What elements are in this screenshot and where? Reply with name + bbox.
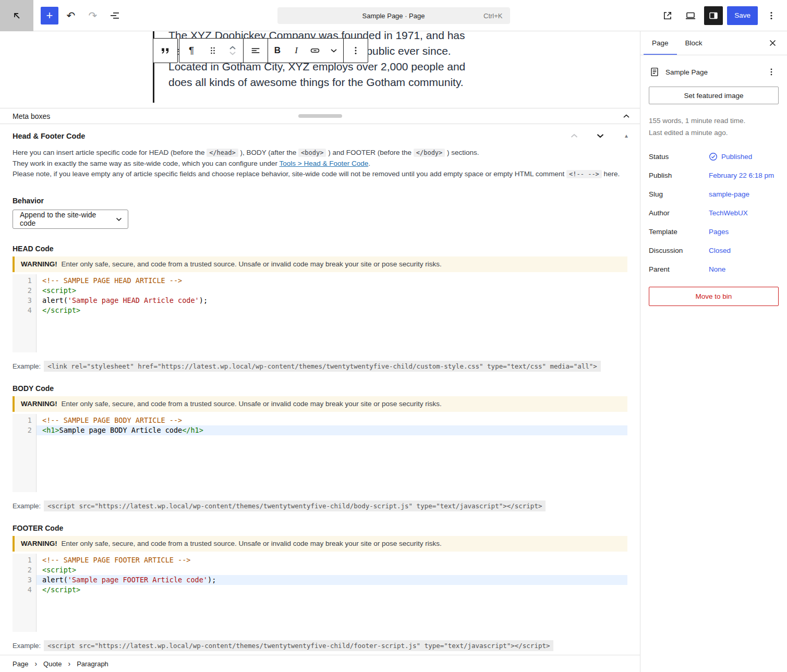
sidebar-body: Sample Page Set featured image 155 words… bbox=[640, 65, 787, 306]
field-row-discussion: Discussion Closed bbox=[649, 241, 779, 260]
save-button[interactable]: Save bbox=[727, 6, 758, 25]
meta-boxes-resize-handle[interactable] bbox=[298, 114, 342, 118]
code-chip: </head> bbox=[207, 149, 238, 157]
drag-handle[interactable] bbox=[203, 39, 222, 63]
chevron-right-icon: › bbox=[68, 659, 70, 668]
head-code-editor[interactable]: 1<!-- SAMPLE PAGE HEAD ARTICLE -->2<scri… bbox=[13, 274, 627, 352]
chevron-right-icon: › bbox=[34, 659, 37, 668]
field-label: Template bbox=[649, 228, 709, 236]
code-line[interactable]: 2<script> bbox=[13, 565, 627, 575]
breadcrumb-page[interactable]: Page bbox=[13, 660, 28, 668]
move-panel-down-button[interactable] bbox=[594, 130, 607, 142]
status-value-button[interactable]: Published bbox=[709, 152, 752, 161]
code-line[interactable]: 1<!-- SAMPLE PAGE BODY ARTICLE --> bbox=[13, 416, 627, 425]
document-summary-row: Sample Page bbox=[649, 65, 779, 79]
redo-button[interactable]: ↷ bbox=[83, 6, 102, 25]
set-featured-image-button[interactable]: Set featured image bbox=[649, 87, 779, 104]
undo-icon: ↶ bbox=[67, 10, 76, 21]
close-sidebar-button[interactable] bbox=[762, 31, 783, 55]
link-button[interactable] bbox=[306, 39, 324, 63]
page-actions-button[interactable] bbox=[764, 65, 779, 79]
paragraph-block-button[interactable]: ¶ bbox=[179, 39, 203, 63]
toggle-panel-button[interactable]: ▲ bbox=[620, 130, 633, 142]
chevron-up-icon bbox=[622, 114, 631, 119]
bold-button[interactable]: B bbox=[268, 39, 287, 63]
body-code-example: Example: <script src="https://latest.wp.… bbox=[13, 500, 627, 511]
code-line[interactable]: 4</script> bbox=[13, 306, 627, 315]
code-line[interactable]: 1<!-- SAMPLE PAGE FOOTER ARTICLE --> bbox=[13, 555, 627, 565]
command-center-button[interactable]: Sample Page · Page Ctrl+K bbox=[277, 7, 510, 24]
publish-value-button[interactable]: February 22 6:18 pm bbox=[709, 172, 774, 179]
tab-block[interactable]: Block bbox=[677, 31, 711, 55]
view-page-button[interactable] bbox=[658, 6, 677, 25]
align-button[interactable] bbox=[244, 39, 268, 63]
field-row-status: Status Published bbox=[649, 147, 779, 166]
breadcrumb-paragraph: Paragraph bbox=[77, 660, 108, 668]
italic-button[interactable]: I bbox=[287, 39, 306, 63]
more-formatting-button[interactable] bbox=[324, 39, 343, 63]
check-circle-icon bbox=[709, 152, 718, 161]
panel-title: Head & Footer Code bbox=[13, 132, 85, 140]
breadcrumb-quote[interactable]: Quote bbox=[43, 660, 62, 668]
plus-icon: + bbox=[46, 9, 53, 22]
field-label: Parent bbox=[649, 265, 709, 273]
code-line[interactable]: 2<h1>Sample page BODY Article code</h1> bbox=[13, 425, 627, 435]
field-row-slug: Slug sample-page bbox=[649, 185, 779, 203]
example-label: Example: bbox=[13, 502, 41, 510]
body-code-editor[interactable]: 1<!-- SAMPLE PAGE BODY ARTICLE -->2<h1>S… bbox=[13, 414, 627, 492]
parent-value-button[interactable]: None bbox=[709, 265, 725, 273]
bold-icon: B bbox=[274, 45, 281, 56]
footer-code-heading: FOOTER Code bbox=[13, 524, 627, 532]
back-to-dashboard-button[interactable] bbox=[0, 0, 33, 31]
footer-code-editor[interactable]: 1<!-- SAMPLE PAGE FOOTER ARTICLE -->2<sc… bbox=[13, 554, 627, 632]
example-code: <link rel="stylesheet" href="https://lat… bbox=[44, 361, 601, 372]
redo-icon: ↷ bbox=[89, 10, 98, 21]
behavior-select[interactable]: Append to the site-wide code bbox=[13, 210, 128, 229]
field-label: Discussion bbox=[649, 247, 709, 254]
meta-boxes-collapse-button[interactable] bbox=[622, 114, 631, 119]
document-title: Sample Page · Page bbox=[362, 12, 425, 20]
code-chip: <!-- --> bbox=[566, 170, 602, 178]
head-code-warning: WARNING! Enter only safe, secure, and co… bbox=[13, 256, 627, 272]
code-line[interactable]: 1<!-- SAMPLE PAGE HEAD ARTICLE --> bbox=[13, 276, 627, 286]
discussion-value-button[interactable]: Closed bbox=[709, 247, 731, 254]
move-to-bin-button[interactable]: Move to bin bbox=[649, 287, 779, 306]
options-menu-button[interactable] bbox=[762, 6, 781, 25]
field-row-publish: Publish February 22 6:18 pm bbox=[649, 166, 779, 185]
toolbar-right-group: Save bbox=[658, 6, 787, 25]
tab-page[interactable]: Page bbox=[644, 31, 677, 55]
settings-sidebar-toggle[interactable] bbox=[704, 6, 723, 25]
close-icon bbox=[769, 39, 777, 47]
head-footer-code-panel-body: Here you can insert article specific cod… bbox=[0, 148, 640, 651]
quote-icon bbox=[160, 45, 171, 56]
block-inserter-button[interactable]: + bbox=[41, 7, 58, 25]
tools-head-footer-code-link[interactable]: Tools > Head & Footer Code bbox=[280, 160, 369, 167]
code-line[interactable]: 3alert('Sample page FOOTER Article code'… bbox=[13, 575, 627, 585]
editor-canvas[interactable]: The XYZ Doohickey Company was founded in… bbox=[0, 31, 640, 108]
block-options-button[interactable] bbox=[344, 39, 368, 63]
document-overview-button[interactable] bbox=[105, 6, 124, 25]
toolbar-left-group: + ↶ ↷ bbox=[33, 6, 124, 25]
slug-value-button[interactable]: sample-page bbox=[709, 190, 749, 198]
author-value-button[interactable]: TechWebUX bbox=[709, 209, 748, 217]
kebab-icon bbox=[349, 44, 362, 57]
code-line[interactable]: 3alert('Sample page HEAD Article code'); bbox=[13, 296, 627, 306]
body-code-warning: WARNING! Enter only safe, secure, and co… bbox=[13, 396, 627, 412]
block-movers[interactable] bbox=[222, 39, 243, 63]
paragraph-icon: ¶ bbox=[189, 45, 194, 56]
example-label: Example: bbox=[13, 642, 41, 650]
preview-button[interactable] bbox=[681, 6, 700, 25]
block-breadcrumb-bar: Page › Quote › Paragraph bbox=[0, 655, 640, 672]
document-meta: 155 words, 1 minute read time. Last edit… bbox=[649, 115, 779, 139]
move-panel-up-button[interactable] bbox=[568, 130, 580, 142]
behavior-label: Behavior bbox=[13, 197, 627, 205]
panel-controls: ▲ bbox=[568, 130, 633, 142]
behavior-selected-value: Append to the site-wide code bbox=[20, 211, 112, 227]
quote-parent-button[interactable] bbox=[153, 39, 177, 63]
undo-button[interactable]: ↶ bbox=[62, 6, 80, 25]
code-line[interactable]: 4</script> bbox=[13, 585, 627, 595]
template-value-button[interactable]: Pages bbox=[709, 228, 729, 236]
code-line[interactable]: 2<script> bbox=[13, 286, 627, 296]
panel-description: Here you can insert article specific cod… bbox=[13, 148, 627, 180]
parent-block-selector bbox=[153, 38, 178, 63]
